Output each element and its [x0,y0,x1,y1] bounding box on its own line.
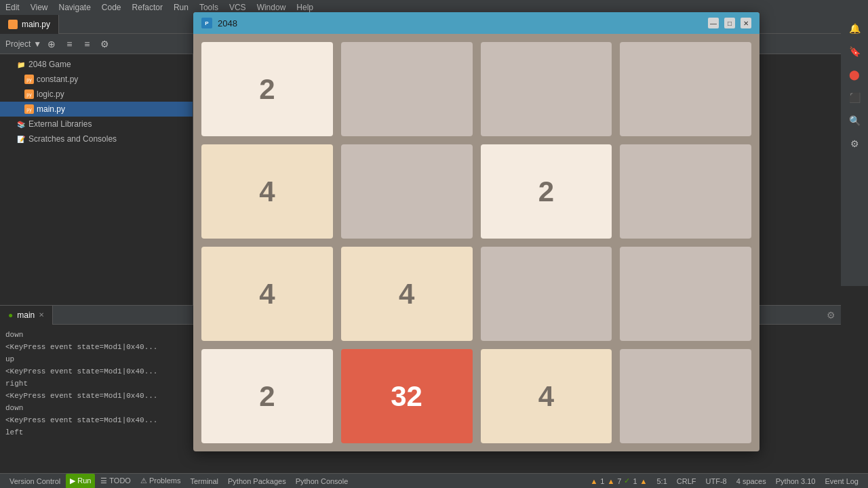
window-close-btn[interactable]: ✕ [741,18,751,28]
folder-icon: 📁 [16,60,26,69]
settings-icon[interactable]: ⚙ [845,134,864,153]
event-log-btn[interactable]: Event Log [821,474,863,489]
tile-2-1: 4 [341,247,473,341]
tile-3-0: 2 [201,349,333,443]
menu-navigate[interactable]: Navigate [58,3,90,12]
tile-1-2: 2 [481,144,612,239]
tile-0-0: 2 [201,42,333,136]
list-btn[interactable]: ≡ [62,37,77,52]
menu-view[interactable]: View [31,3,48,12]
bookmark-icon[interactable]: 🔖 [845,42,864,61]
library-icon: 📚 [16,119,26,129]
encoding-label: UTF-8 [706,477,727,485]
sync-btn[interactable]: ⊕ [44,37,59,52]
scratches-icon: 📝 [16,134,26,144]
run-coverage-icon[interactable]: ⬛ [845,88,864,107]
menu-tools[interactable]: Tools [199,3,218,12]
tile-1-0: 4 [201,144,333,239]
project-tree: 📁 2048 Game py constant.py py logic.py p… [0,54,193,149]
tile-2-3 [620,247,751,341]
window-minimize-btn[interactable]: — [708,18,719,28]
menu-help[interactable]: Help [296,3,313,12]
console-tab-label: main [17,310,35,320]
file-main-label: main.py [37,104,65,114]
chevron-down-icon: ▼ [33,39,41,49]
warning-icon: ▲ [590,477,597,485]
tile-2-0: 4 [201,247,333,341]
python-console-btn[interactable]: Python Console [292,474,353,489]
game-title-text: 2048 [218,18,703,28]
tree-item-logic[interactable]: py logic.py [0,87,193,102]
python-packages-btn[interactable]: Python Packages [224,474,290,489]
tile-1-1 [341,144,473,239]
encoding-indicator[interactable]: UTF-8 [702,474,731,489]
game-titlebar: P 2048 — □ ✕ [193,12,760,34]
project-dropdown-label: Project [5,39,31,49]
python-version-indicator[interactable]: Python 3.10 [772,474,820,489]
menu-code[interactable]: Code [102,3,121,12]
menu-edit[interactable]: Edit [5,3,20,12]
tree-item-external-libs[interactable]: 📚 External Libraries [0,117,193,131]
notifications-icon[interactable]: 🔔 [845,19,864,38]
external-libraries-label: External Libraries [28,119,92,129]
problems-btn[interactable]: ⚠ Problems [136,474,185,489]
position-label: 5:1 [657,477,667,485]
collapse-btn[interactable]: ≡ [79,37,94,52]
python-icon: py [24,75,34,84]
project-root-label: 2048 Game [28,60,71,69]
console-settings-icon[interactable]: ⚙ [821,310,841,321]
python-icon: py [24,89,34,99]
project-dropdown[interactable]: Project ▼ [5,39,41,49]
menu-refactor[interactable]: Refactor [132,3,163,12]
tree-item-scratches[interactable]: 📝 Scratches and Consoles [0,131,193,146]
warnings-btn[interactable]: ▲ 1 ▲ 7 ✓ 1 ▲ [586,474,651,489]
tab-main-console[interactable]: ● main ✕ [0,306,53,325]
terminal-btn[interactable]: Terminal [186,474,222,489]
python-file-icon [8,20,18,29]
tree-item-constant[interactable]: py constant.py [0,72,193,87]
right-toolbar: 🔔 🔖 ⬤ ⬛ 🔍 ⚙ [841,15,868,286]
run-btn[interactable]: ▶ Run [66,474,95,489]
crlf-indicator[interactable]: CRLF [673,474,701,489]
run-dot-icon: ● [8,310,13,320]
ok-count: 1 [633,477,637,485]
event-log-label: Event Log [825,477,859,485]
position-indicator[interactable]: 5:1 [653,474,671,489]
problems-label: ⚠ Problems [140,476,181,485]
scratches-label: Scratches and Consoles [28,134,117,144]
search-everywhere-icon[interactable]: 🔍 [845,111,864,130]
warning-count-2: 7 [617,477,621,485]
warning-icon-2: ▲ [607,477,614,485]
tile-0-1 [341,42,473,136]
warning-icon-3: ▲ [640,477,648,485]
crlf-label: CRLF [677,477,696,485]
tile-3-3 [620,349,751,443]
project-root[interactable]: 📁 2048 Game [0,57,193,72]
tile-3-2: 4 [481,349,612,443]
version-control-btn[interactable]: Version Control [5,474,64,489]
indent-indicator[interactable]: 4 spaces [732,474,770,489]
python-icon: py [24,104,34,114]
menu-vcs[interactable]: VCS [229,3,246,12]
close-console-tab-icon[interactable]: ✕ [39,311,44,319]
menu-window[interactable]: Window [257,3,286,12]
status-bar: Version Control ▶ Run ☰ TODO ⚠ Problems … [0,473,868,488]
indent-label: 4 spaces [736,477,766,485]
breakpoint-icon[interactable]: ⬤ [845,65,864,84]
warning-count: 1 [600,477,604,485]
todo-btn[interactable]: ☰ TODO [96,474,134,489]
window-maximize-btn[interactable]: □ [724,18,735,28]
tab-label: main.py [22,20,50,29]
todo-label: ☰ TODO [100,476,130,485]
tree-item-main[interactable]: py main.py [0,102,193,117]
menu-run[interactable]: Run [174,3,189,12]
python-console-label: Python Console [296,477,349,485]
tile-1-3 [620,144,751,239]
file-logic-label: logic.py [37,89,64,99]
version-control-label: Version Control [9,477,60,485]
tile-0-3 [620,42,751,136]
run-label: ▶ Run [70,476,91,485]
terminal-label: Terminal [190,477,218,485]
settings-btn[interactable]: ⚙ [97,37,112,52]
tab-main-py[interactable]: main.py [0,15,59,34]
